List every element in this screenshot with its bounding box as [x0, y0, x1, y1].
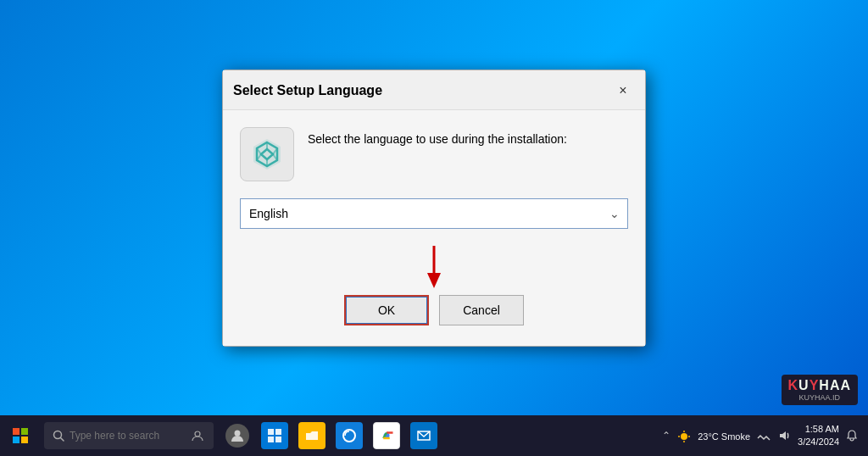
notification-icon[interactable] [846, 430, 858, 442]
svg-line-7 [61, 438, 64, 442]
taskbar-user-icon[interactable] [220, 419, 254, 453]
search-input[interactable] [70, 430, 188, 442]
volume-icon[interactable] [777, 429, 791, 442]
clock-time: 1:58 AM [798, 423, 839, 436]
start-button[interactable] [0, 415, 41, 456]
cancel-button[interactable]: Cancel [439, 295, 524, 325]
system-tray-expand-icon[interactable]: ⌃ [662, 430, 670, 442]
svg-rect-10 [268, 429, 274, 435]
network-icon[interactable] [757, 429, 771, 442]
svg-rect-13 [275, 437, 281, 442]
weather-icon [677, 430, 691, 443]
svg-rect-11 [275, 429, 281, 435]
watermark: KUYHAA KUYHAA.ID [782, 375, 858, 405]
taskbar-windows-store-icon[interactable] [258, 419, 292, 453]
ok-button[interactable]: OK [344, 295, 429, 325]
app-logo-icon [248, 136, 286, 173]
dialog-overlay: Select Setup Language × [0, 0, 868, 415]
windows-logo-icon [12, 427, 29, 444]
desktop: Select Setup Language × [0, 0, 868, 456]
taskbar-file-explorer-icon[interactable] [295, 419, 329, 453]
dialog-body: Select the language to use during the in… [223, 110, 645, 346]
system-tray-icons: ⌃ [662, 430, 670, 442]
svg-rect-3 [21, 428, 28, 435]
store-icon [267, 428, 282, 443]
profile-icon [230, 428, 245, 443]
taskbar-edge-icon[interactable] [332, 419, 366, 453]
language-select-wrapper: English Spanish French German Chinese Ja… [240, 198, 628, 229]
app-icon [240, 127, 294, 181]
content-row: Select the language to use during the in… [240, 127, 628, 181]
edge-icon [342, 428, 357, 443]
taskbar-mail-icon[interactable] [407, 419, 441, 453]
svg-rect-5 [21, 437, 28, 443]
language-select[interactable]: English Spanish French German Chinese Ja… [240, 198, 628, 229]
svg-point-18 [681, 433, 687, 440]
taskbar-search[interactable] [44, 422, 214, 449]
dialog-title: Select Setup Language [233, 83, 382, 98]
arrow-down-icon [426, 246, 442, 288]
svg-marker-1 [427, 273, 441, 288]
svg-point-8 [195, 431, 200, 437]
clock-date: 3/24/2024 [798, 436, 839, 448]
taskbar: ⌃ 23°C Smoke [0, 415, 868, 456]
watermark-url: KUYHAA.ID [788, 393, 851, 402]
svg-rect-4 [13, 437, 19, 443]
taskbar-weather: 23°C Smoke [677, 428, 750, 443]
dialog-titlebar: Select Setup Language × [223, 70, 645, 110]
chrome-icon [379, 428, 394, 443]
taskbar-right: ⌃ 23°C Smoke [662, 423, 868, 449]
watermark-brand: KUYHAA [788, 378, 851, 393]
red-arrow-annotation [240, 246, 628, 288]
svg-rect-2 [13, 428, 19, 435]
search-icon [53, 430, 64, 442]
taskbar-clock: 1:58 AM 3/24/2024 [798, 423, 839, 449]
user-search-icon [192, 430, 203, 442]
taskbar-app-icons [220, 419, 441, 453]
dialog-description: Select the language to use during the in… [308, 127, 567, 148]
dialog-buttons: OK Cancel [240, 295, 628, 332]
folder-icon [304, 428, 320, 443]
setup-language-dialog: Select Setup Language × [222, 70, 646, 347]
mail-icon [416, 428, 431, 443]
taskbar-chrome-icon[interactable] [370, 419, 403, 453]
weather-label: 23°C Smoke [698, 431, 750, 442]
svg-point-9 [235, 431, 241, 437]
svg-rect-12 [268, 437, 274, 442]
close-button[interactable]: × [611, 79, 635, 103]
